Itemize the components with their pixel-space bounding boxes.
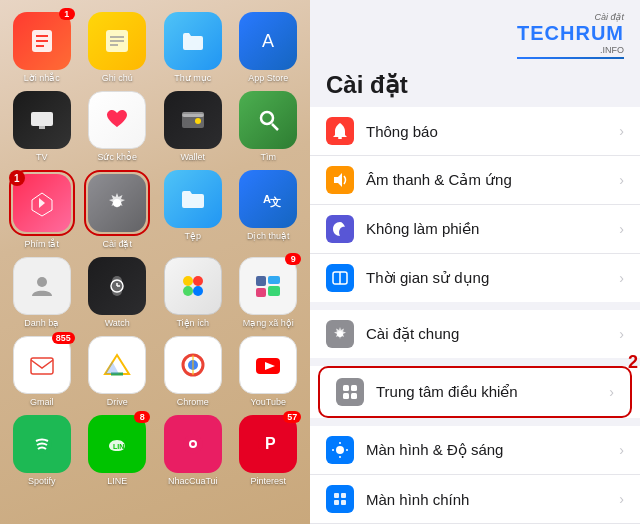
app-item-pinterest[interactable]: P 57 Pinterest [235, 415, 303, 486]
svg-rect-29 [256, 276, 266, 286]
app-label-wallet: Wallet [180, 152, 205, 162]
app-item-social[interactable]: 9 Mạng xã hội [235, 257, 303, 328]
svg-point-59 [336, 446, 344, 454]
app-item-notes[interactable]: Ghi chú [84, 12, 152, 83]
settings-item-notifications[interactable]: Thông báo › [310, 107, 640, 156]
app-item-line[interactable]: LINE 8 LINE [84, 415, 152, 486]
app-item-drive[interactable]: Drive [84, 336, 152, 407]
settings-item-sounds[interactable]: Âm thanh & Cảm ứng › [310, 156, 640, 205]
settings-item-general[interactable]: Cài đặt chung › [310, 310, 640, 358]
app-item-folder[interactable]: Tệp [159, 170, 227, 249]
settings-item-donotdisturb[interactable]: Không làm phiền › [310, 205, 640, 254]
number-2-label: 2 [628, 352, 638, 373]
techrum-brand: TECHRUM [517, 22, 624, 45]
settings-item-controlcenter[interactable]: Trung tâm điều khiển › [318, 366, 632, 418]
app-item-utilities[interactable]: Tiện ích [159, 257, 227, 328]
svg-text:A: A [262, 31, 274, 51]
settings-header: Cài đặt TECHRUM .INFO [310, 0, 640, 67]
app-item-files[interactable]: Thư mục [159, 12, 227, 83]
app-item-tv[interactable]: TV [8, 91, 76, 162]
svg-rect-56 [351, 385, 357, 391]
techrum-blue: UM [591, 22, 624, 44]
app-label-shortcuts: Phím tắt [24, 239, 59, 249]
app-item-youtube[interactable]: YouTube [235, 336, 303, 407]
settings-item-screentime[interactable]: Thời gian sử dụng › [310, 254, 640, 302]
settings-icon-sounds [326, 166, 354, 194]
settings-label-screentime: Thời gian sử dụng [366, 269, 619, 287]
app-label-drive: Drive [107, 397, 128, 407]
app-icon-chrome [164, 336, 222, 394]
app-item-chrome[interactable]: Chrome [159, 336, 227, 407]
app-icon-reminders [13, 12, 71, 70]
svg-rect-55 [343, 385, 349, 391]
app-label-youtube: YouTube [251, 397, 286, 407]
svg-point-20 [37, 277, 47, 287]
app-label-settings: Cài đặt [102, 239, 132, 249]
settings-item-homescreen[interactable]: Màn hình chính › [310, 475, 640, 524]
settings-list: Thông báo › Âm thanh & Cảm ứng › Không l… [310, 107, 640, 524]
app-item-health[interactable]: Sức khỏe [84, 91, 152, 162]
settings-title: Cài đặt [310, 67, 640, 107]
settings-label-controlcenter: Trung tâm điều khiển [376, 383, 609, 401]
app-item-gmail[interactable]: 855 Gmail [8, 336, 76, 407]
app-label-health: Sức khỏe [97, 152, 137, 162]
app-item-translate[interactable]: A文 Dịch thuật [235, 170, 303, 249]
app-icon-find [239, 91, 297, 149]
app-item-nhaccuatui[interactable]: NhacCuaTui [159, 415, 227, 486]
app-item-settings[interactable]: Cài đặt [84, 170, 152, 249]
number-label-shortcuts: 1 [9, 170, 25, 186]
iphone-screen: 1 Lời nhắc Ghi chú Thư mục A App Store [0, 0, 310, 524]
settings-item-display[interactable]: Màn hình & Độ sáng › [310, 426, 640, 475]
app-item-contacts[interactable]: Danh bạ [8, 257, 76, 328]
app-icon-youtube [239, 336, 297, 394]
settings-icon-notifications [326, 117, 354, 145]
svg-rect-66 [334, 500, 339, 505]
app-item-reminders[interactable]: 1 Lời nhắc [8, 12, 76, 83]
app-icon-contacts [13, 257, 71, 315]
app-label-pinterest: Pinterest [250, 476, 286, 486]
app-icon-line: LINE [88, 415, 146, 473]
app-item-spotify[interactable]: Spotify [8, 415, 76, 486]
svg-point-13 [195, 118, 201, 124]
badge-social: 9 [285, 253, 301, 265]
settings-section-0: Thông báo › Âm thanh & Cảm ứng › Không l… [310, 107, 640, 302]
app-icon-nhaccuatui [164, 415, 222, 473]
svg-point-14 [261, 112, 273, 124]
app-item-watch[interactable]: Watch [84, 257, 152, 328]
svg-rect-67 [341, 500, 346, 505]
settings-panel: Cài đặt TECHRUM .INFO Cài đặt Thông báo … [310, 0, 640, 524]
app-label-tv: TV [36, 152, 48, 162]
app-icon-social [239, 257, 297, 315]
chevron-icon-notifications: › [619, 123, 624, 139]
settings-icon-display [326, 436, 354, 464]
svg-rect-50 [338, 137, 342, 139]
settings-label-general: Cài đặt chung [366, 325, 619, 343]
app-label-folder: Tệp [184, 231, 201, 241]
app-icon-notes [88, 12, 146, 70]
app-item-shortcuts[interactable]: 1 Phím tắt [8, 170, 76, 249]
app-label-files: Thư mục [174, 73, 211, 83]
app-label-nhaccuatui: NhacCuaTui [168, 476, 218, 486]
app-grid: 1 Lời nhắc Ghi chú Thư mục A App Store [8, 12, 302, 486]
app-icon-spotify [13, 415, 71, 473]
svg-point-47 [191, 442, 195, 446]
svg-rect-30 [268, 276, 280, 284]
app-label-line: LINE [107, 476, 127, 486]
app-icon-drive [88, 336, 146, 394]
app-label-gmail: Gmail [30, 397, 54, 407]
techrum-black: TECHR [517, 22, 591, 44]
app-label-find: Tìm [261, 152, 277, 162]
svg-rect-10 [39, 126, 45, 129]
svg-marker-51 [334, 173, 342, 187]
app-item-appstore[interactable]: A App Store [235, 12, 303, 83]
app-item-wallet[interactable]: Wallet [159, 91, 227, 162]
app-label-chrome: Chrome [177, 397, 209, 407]
chevron-icon-general: › [619, 326, 624, 342]
app-item-find[interactable]: Tìm [235, 91, 303, 162]
app-label-appstore: App Store [248, 73, 288, 83]
badge-gmail: 855 [52, 332, 75, 344]
svg-rect-33 [31, 358, 53, 374]
highlighted-item-wrapper: Trung tâm điều khiển › 2 [318, 366, 632, 418]
svg-point-25 [183, 276, 193, 286]
svg-point-26 [193, 276, 203, 286]
